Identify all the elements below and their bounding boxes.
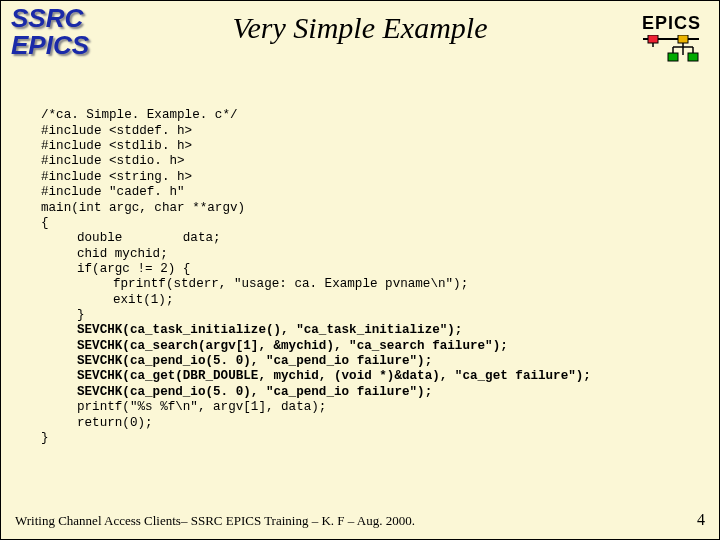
code-line: #include <stddef. h> [41, 124, 192, 138]
code-line: main(int argc, char **argv) [41, 201, 245, 215]
code-line: SEVCHK(ca_search(argv[1], &mychid), "ca_… [41, 339, 508, 354]
slide-title: Very Simple Example [1, 11, 719, 45]
code-block: /*ca. Simple. Example. c*/ #include <std… [41, 93, 591, 446]
code-line: } [41, 308, 85, 323]
code-line: /*ca. Simple. Example. c*/ [41, 108, 238, 122]
svg-rect-10 [688, 53, 698, 61]
code-line: #include <stdlib. h> [41, 139, 192, 153]
code-line: exit(1); [41, 293, 173, 308]
code-line: SEVCHK(ca_task_initialize(), "ca_task_in… [41, 323, 462, 338]
epics-ioc-icon [641, 35, 701, 63]
code-line: SEVCHK(ca_pend_io(5. 0), "ca_pend_io fai… [41, 354, 432, 369]
svg-rect-7 [648, 35, 658, 43]
code-line: #include <string. h> [41, 170, 192, 184]
code-line: SEVCHK(ca_get(DBR_DOUBLE, mychid, (void … [41, 369, 591, 384]
code-line: #include <stdio. h> [41, 154, 185, 168]
svg-rect-8 [678, 35, 688, 43]
svg-rect-9 [668, 53, 678, 61]
code-line: chid mychid; [41, 247, 168, 262]
code-line: { [41, 216, 49, 230]
code-line: return(0); [41, 416, 153, 431]
page-number: 4 [697, 511, 705, 529]
header: SSRC EPICS Very Simple Example EPICS [1, 1, 719, 81]
code-line: SEVCHK(ca_pend_io(5. 0), "ca_pend_io fai… [41, 385, 432, 400]
code-line: } [41, 431, 49, 445]
code-line: fprintf(stderr, "usage: ca. Example pvna… [41, 277, 468, 292]
footer: Writing Channel Access Clients– SSRC EPI… [15, 511, 705, 529]
code-line: printf("%s %f\n", argv[1], data); [41, 400, 326, 415]
code-line: #include "cadef. h" [41, 185, 185, 199]
epics-label: EPICS [642, 13, 701, 34]
footer-text: Writing Channel Access Clients– SSRC EPI… [15, 513, 415, 529]
code-line: double data; [41, 231, 221, 246]
code-line: if(argc != 2) { [41, 262, 190, 277]
